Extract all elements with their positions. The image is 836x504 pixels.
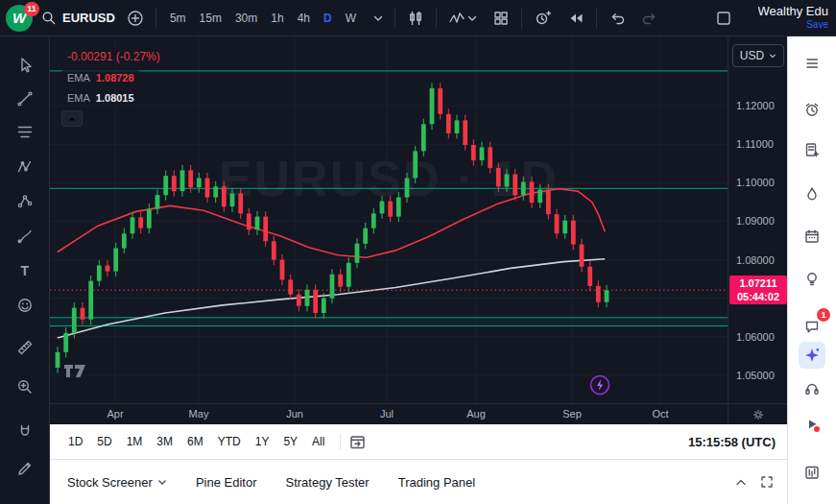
- timeframe-15m[interactable]: 15m: [194, 8, 227, 29]
- brush-tool-button[interactable]: [12, 223, 38, 250]
- date-range-bar: 1D5D1M3M6MYTD1Y5YAll 15:15:58 (UTC): [50, 424, 787, 459]
- time-axis[interactable]: AprMayJunJulAugSepOct: [50, 403, 787, 424]
- drawing-mode-button[interactable]: [12, 455, 38, 482]
- range-YTD[interactable]: YTD: [211, 431, 248, 452]
- journal-button[interactable]: [799, 136, 825, 163]
- brand-logo[interactable]: W 11: [6, 5, 33, 32]
- tab-stock-screener[interactable]: Stock Screener: [67, 475, 167, 490]
- drawing-toolbar: T: [0, 36, 50, 504]
- range-1D[interactable]: 1D: [61, 431, 89, 452]
- layout-select-button[interactable]: [711, 6, 736, 31]
- chart-type-button[interactable]: [403, 6, 428, 31]
- symbol-search[interactable]: EURUSD: [40, 10, 115, 26]
- tab-trading-panel[interactable]: Trading Panel: [398, 475, 475, 490]
- script-badge-icon[interactable]: [589, 374, 610, 399]
- calendar-button[interactable]: [799, 223, 825, 250]
- fib-tool-button[interactable]: [12, 119, 38, 146]
- redo-button[interactable]: [637, 6, 662, 31]
- collapse-panel-button[interactable]: [735, 475, 747, 489]
- timeframe-4h[interactable]: 4h: [292, 8, 316, 29]
- undo-button[interactable]: [605, 6, 630, 31]
- range-3M[interactable]: 3M: [150, 431, 179, 452]
- layout-grid-button[interactable]: [489, 6, 514, 31]
- go-to-date-button[interactable]: [349, 434, 366, 450]
- indicators-button[interactable]: [444, 6, 481, 31]
- tab-strategy-tester[interactable]: Strategy Tester: [285, 475, 369, 490]
- replay-button[interactable]: [563, 6, 588, 31]
- price-tick: 1.09000: [736, 215, 775, 227]
- tab-pine-editor[interactable]: Pine Editor: [196, 475, 257, 490]
- pattern-tool-button[interactable]: [12, 154, 38, 180]
- watchlist-icon: [803, 55, 821, 72]
- utc-clock[interactable]: 15:15:58 (UTC): [688, 435, 777, 449]
- month-label-May[interactable]: May: [184, 408, 213, 420]
- zoom-tool-button[interactable]: [12, 373, 38, 400]
- collapse-legend-button[interactable]: [61, 110, 83, 127]
- last-price-label: 1.07211 05:44:02: [729, 276, 787, 304]
- ai-assistant-button[interactable]: [799, 342, 825, 369]
- compare-add-button[interactable]: [123, 6, 148, 31]
- account-menu[interactable]: Wealthy Edu Save: [746, 5, 828, 30]
- currency-selector[interactable]: USD: [732, 44, 784, 67]
- range-5D[interactable]: 5D: [90, 431, 118, 452]
- top-toolbar: W 11 EURUSD 5m15m30m1h4hDW: [0, 0, 836, 36]
- range-1Y[interactable]: 1Y: [249, 431, 276, 452]
- month-label-Jun[interactable]: Jun: [280, 408, 309, 420]
- month-label-Jul[interactable]: Jul: [372, 408, 401, 420]
- alert-button[interactable]: [530, 6, 556, 31]
- help-support-button[interactable]: [799, 374, 825, 401]
- xabcd-pattern-icon: [15, 157, 35, 177]
- gear-icon: [751, 407, 766, 422]
- chat-button[interactable]: 1: [799, 313, 825, 340]
- price-tick: 1.08000: [736, 254, 775, 266]
- range-1M[interactable]: 1M: [120, 431, 150, 452]
- range-5Y[interactable]: 5Y: [276, 431, 304, 452]
- price-axis[interactable]: USD 1.120001.110001.100001.090001.080001…: [728, 36, 787, 403]
- cursor-icon: [15, 56, 35, 75]
- timeframe-5m[interactable]: 5m: [164, 8, 192, 29]
- timeframe-D[interactable]: D: [318, 8, 338, 29]
- tab-label: Stock Screener: [67, 475, 153, 490]
- hotlists-button[interactable]: [799, 180, 825, 207]
- emoji-tool-button[interactable]: [12, 292, 38, 319]
- watchlist-button[interactable]: [799, 50, 825, 77]
- cursor-tool-button[interactable]: [12, 52, 38, 79]
- range-6M[interactable]: 6M: [180, 431, 210, 452]
- alerts-button[interactable]: [799, 96, 825, 123]
- chart-legend: -0.00291 (-0.27%) EMA 1.08728 EMA 1.0801…: [61, 48, 166, 127]
- detached-chart-button[interactable]: [799, 459, 825, 486]
- workspace: T EURUSD · 1D -0.00291 (-0.27%) EMA 1.08…: [0, 36, 836, 504]
- timeframe-30m[interactable]: 30m: [229, 8, 263, 29]
- timeframe-1h[interactable]: 1h: [265, 8, 289, 29]
- timeframe-menu-caret[interactable]: [370, 11, 387, 26]
- timeframe-group: 5m15m30m1h4hDW: [164, 8, 362, 29]
- measure-tool-button[interactable]: [12, 334, 38, 361]
- price-change-text: -0.00291 (-0.27%): [67, 50, 160, 63]
- brush-icon: [15, 227, 35, 246]
- text-tool-button[interactable]: T: [12, 257, 38, 284]
- redo-arrow-icon: [641, 10, 658, 27]
- tradingview-logo[interactable]: [63, 361, 96, 384]
- right-sidebar: 1: [787, 36, 836, 504]
- ema-row-1[interactable]: EMA 1.08728: [61, 70, 140, 85]
- magnet-tool-button[interactable]: [12, 419, 38, 445]
- chart-plot[interactable]: EURUSD · 1D -0.00291 (-0.27%) EMA 1.0872…: [50, 36, 728, 403]
- indicators-icon: [448, 10, 466, 27]
- ema-row-2[interactable]: EMA 1.08015: [61, 90, 140, 106]
- streams-button[interactable]: [799, 411, 825, 438]
- month-label-Aug[interactable]: Aug: [462, 408, 490, 420]
- month-label-Apr[interactable]: Apr: [101, 408, 130, 420]
- prediction-tool-button[interactable]: [12, 188, 38, 215]
- maximize-panel-button[interactable]: [760, 475, 774, 489]
- go-to-date-icon: [349, 434, 366, 450]
- axis-settings-corner[interactable]: [728, 404, 787, 424]
- trend-line-tool-button[interactable]: [12, 85, 38, 112]
- month-label-Sep[interactable]: Sep: [558, 408, 586, 420]
- month-label-Oct[interactable]: Oct: [646, 408, 675, 420]
- ideas-button[interactable]: [799, 265, 825, 292]
- save-link[interactable]: Save: [806, 19, 828, 31]
- alarm-clock-icon: [803, 101, 821, 118]
- chevron-down-icon: [467, 14, 477, 22]
- range-All[interactable]: All: [305, 431, 331, 452]
- timeframe-W[interactable]: W: [340, 8, 362, 29]
